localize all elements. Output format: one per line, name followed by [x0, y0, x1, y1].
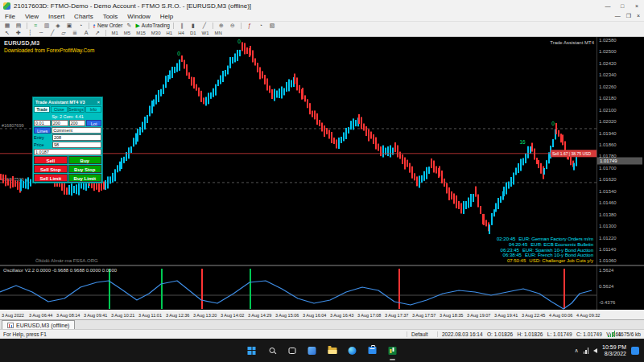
menu-item-tools[interactable]: Tools [98, 13, 123, 20]
market-watch-button[interactable]: ≡ [31, 22, 40, 29]
price-axis-label: 1.02180 [599, 96, 617, 101]
status-traffic: 4675/6 kb [617, 331, 641, 337]
notification-badge[interactable] [631, 347, 639, 355]
chart-candles-button[interactable]: ▮ [188, 22, 198, 29]
toolbar-separator [27, 23, 27, 29]
news-time: 06:23:45 [501, 248, 519, 253]
templates-button[interactable]: ▧ [267, 22, 277, 29]
new-order-button[interactable]: ▲▼New Order [93, 22, 122, 29]
price-axis-label: 1.01860 [599, 142, 617, 147]
close-button[interactable]: × [630, 0, 644, 11]
text-tool-button[interactable]: A [81, 29, 91, 36]
trade-panel-close-icon[interactable]: × [97, 100, 100, 105]
chart-line-button[interactable]: ╱ [200, 22, 209, 29]
timeframe-h1-button[interactable]: H1 [164, 30, 175, 36]
timeframe-m30-button[interactable]: M30 [149, 30, 163, 36]
file-explorer-icon[interactable] [325, 343, 340, 358]
sell-button[interactable]: Sell [34, 156, 68, 164]
timeframe-m1-button[interactable]: M1 [109, 30, 121, 36]
strategy-tester-button[interactable]: ◔ [76, 22, 85, 29]
time-axis-label: 3 Aug 15:06 [275, 313, 299, 318]
vertical-line-tool-button[interactable]: ┆ [25, 29, 35, 36]
sell-stop-button[interactable]: Sell Stop [34, 165, 68, 173]
trade-assistant-panel[interactable]: Trade Assistant MT4 V3 × Trade Close Set… [32, 97, 103, 183]
profiles-button[interactable]: ▤ [14, 22, 23, 29]
arrows-tool-button[interactable]: ↗ [93, 29, 102, 36]
indicators-button[interactable]: ƒ [245, 22, 254, 29]
comment-field[interactable]: Comment [52, 127, 101, 134]
volume-icon[interactable] [593, 348, 597, 353]
sell-limit-button[interactable]: Sell Limit [34, 174, 68, 182]
timeframe-w1-button[interactable]: W1 [200, 30, 212, 36]
task-view-icon[interactable] [285, 343, 299, 358]
widgets-icon[interactable] [305, 343, 320, 358]
entry-field[interactable]: 208 [52, 134, 101, 141]
timeframe-d1-button[interactable]: D1 [188, 30, 199, 36]
metatrader-icon[interactable] [386, 343, 400, 358]
swing-marker: 0 [237, 39, 241, 44]
taskbar-date: 8/3/2022 [602, 351, 626, 357]
channel-tool-button[interactable]: ▱ [59, 29, 68, 36]
restore-button[interactable]: □ [615, 0, 630, 11]
start-icon[interactable] [245, 343, 259, 358]
timeframe-m15-button[interactable]: M15 [134, 30, 148, 36]
taskbar-clock[interactable]: 10:59 PM 8/3/2022 [602, 344, 626, 357]
periods-button[interactable]: ◔ [256, 22, 266, 29]
timeframe-h4-button[interactable]: H4 [175, 30, 187, 36]
stoploss-field[interactable]: 200 [52, 120, 68, 126]
buy-limit-button[interactable]: Buy Limit [68, 174, 102, 182]
mdi-minimize-button[interactable]: — [615, 13, 621, 19]
buy-stop-button[interactable]: Buy Stop [68, 165, 102, 173]
navigator-button[interactable]: ◈ [53, 22, 63, 29]
lot-field[interactable]: 0.01 [34, 120, 51, 126]
price-axis-label: 1.01540 [599, 189, 617, 194]
menu-item-window[interactable]: Window [122, 13, 155, 20]
takeprofit-field[interactable]: 200 [69, 120, 86, 126]
entry-price-field[interactable]: 1.0187 [34, 149, 101, 155]
time-axis-label: 3 Aug 14:02 [221, 313, 244, 318]
horizontal-line-tool-button[interactable]: ┄ [36, 29, 46, 36]
data-window-button[interactable]: ▥ [42, 22, 52, 29]
chart-area[interactable]: #16807699#16807509 tpSell 1.67 | 38.75 U… [0, 37, 644, 319]
trade-panel-titlebar[interactable]: Trade Assistant MT4 V3 × [34, 98, 101, 105]
tab-settings[interactable]: Settings [68, 106, 85, 113]
news-text: EUR: Spanish 10-y Bond Auction [522, 248, 593, 253]
fibonacci-tool-button[interactable]: ≣ [70, 29, 80, 36]
tab-close[interactable]: Close [51, 106, 67, 113]
tab-info[interactable]: Info [85, 106, 101, 113]
lines-button[interactable]: Lines [34, 127, 51, 134]
terminal-button[interactable]: ▣ [64, 22, 74, 29]
search-icon[interactable] [265, 343, 279, 358]
news-event-line: 02:20:45EUR: German Factory Orders m/m [497, 237, 593, 242]
trendline-tool-button[interactable]: ╱ [47, 29, 57, 36]
price-field[interactable]: 98 [52, 142, 101, 148]
chart-tab[interactable]: EURUSD,M3 (offline) [2, 320, 75, 329]
time-axis-label: 3 Aug 19:41 [494, 313, 518, 318]
new-chart-button[interactable]: ▦ [2, 22, 12, 29]
zoom-out-button[interactable]: ⊖ [228, 22, 237, 29]
mdi-close-button[interactable]: × [637, 13, 640, 19]
mdi-restore-button[interactable]: ❐ [626, 13, 631, 19]
store-icon[interactable] [365, 343, 380, 358]
network-icon[interactable] [584, 348, 589, 354]
tab-trade[interactable]: Trade [34, 106, 50, 113]
timeframe-m5-button[interactable]: M5 [122, 30, 133, 36]
minimize-button[interactable]: — [601, 0, 615, 11]
menu-item-insert[interactable]: Insert [43, 13, 69, 20]
edge-icon[interactable] [345, 343, 360, 358]
menu-item-file[interactable]: File [0, 13, 20, 20]
zoom-in-button[interactable]: ⊕ [217, 22, 226, 29]
menu-item-help[interactable]: Help [155, 13, 178, 20]
metaeditor-button[interactable]: ✎ [124, 22, 134, 29]
menu-item-charts[interactable]: Charts [69, 13, 98, 20]
timeframe-mn-button[interactable]: MN [213, 30, 225, 36]
chart-bars-button[interactable]: ∥ [177, 22, 187, 29]
autotrading-button[interactable]: ▶AutoTrading [135, 22, 170, 29]
menu-item-view[interactable]: View [20, 13, 43, 20]
lot-calc-button[interactable]: Lot calc [86, 120, 101, 126]
crosshair-tool-button[interactable]: ✚ [14, 29, 23, 36]
cursor-tool-button[interactable]: ↖ [2, 29, 12, 36]
time-axis-label: 3 Aug 19:07 [467, 313, 490, 318]
chevron-up-icon[interactable]: ∧ [574, 348, 578, 354]
buy-button[interactable]: Buy [68, 156, 102, 164]
